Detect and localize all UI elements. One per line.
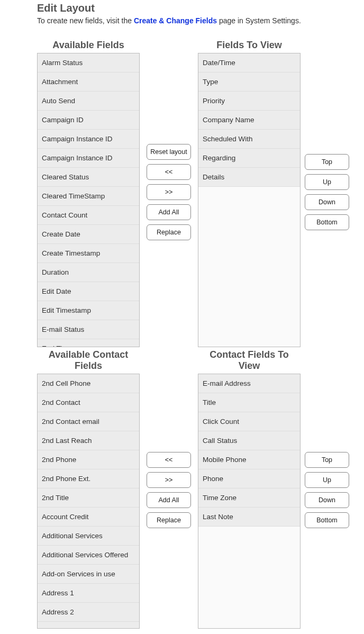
replace-button[interactable]: Replace bbox=[147, 224, 191, 240]
list-item[interactable]: Account Credit bbox=[38, 508, 139, 527]
add-button[interactable]: >> bbox=[147, 184, 191, 200]
remove-button[interactable]: << bbox=[147, 164, 191, 180]
contact-add-all-button[interactable]: Add All bbox=[147, 492, 191, 508]
list-item[interactable]: Additional Services Offered bbox=[38, 546, 139, 565]
list-item[interactable]: Date/Time bbox=[198, 53, 300, 73]
list-item[interactable]: 2nd Cell Phone bbox=[38, 374, 139, 393]
list-item[interactable]: Edit Timestamp bbox=[38, 301, 139, 320]
available-fields-list[interactable]: Alarm StatusAttachmentAuto SendCampaign … bbox=[37, 53, 140, 347]
list-item[interactable]: Phone bbox=[198, 469, 300, 488]
list-item[interactable]: 2nd Title bbox=[38, 488, 139, 508]
list-item[interactable]: Create Timestamp bbox=[38, 244, 139, 263]
list-item[interactable]: Regarding bbox=[198, 149, 300, 168]
list-item[interactable]: Create Date bbox=[38, 225, 139, 244]
contact-add-button[interactable]: >> bbox=[147, 472, 191, 488]
list-item[interactable]: Auto Send bbox=[38, 92, 139, 111]
contact-top-button[interactable]: Top bbox=[305, 452, 349, 468]
list-item[interactable]: Campaign ID bbox=[38, 111, 139, 130]
list-item[interactable]: Time Zone bbox=[198, 488, 300, 508]
list-item[interactable]: Address 2 bbox=[38, 603, 139, 622]
list-item[interactable]: End Time bbox=[38, 339, 139, 347]
add-all-button[interactable]: Add All bbox=[147, 204, 191, 220]
list-item[interactable]: Attachment bbox=[38, 73, 139, 92]
list-item[interactable]: Last Note bbox=[198, 508, 300, 527]
reset-layout-button[interactable]: Reset layout bbox=[147, 144, 191, 160]
contact-up-button[interactable]: Up bbox=[305, 472, 349, 488]
list-item[interactable]: Click Count bbox=[198, 412, 300, 431]
bottom-button[interactable]: Bottom bbox=[305, 214, 349, 230]
list-item[interactable]: Edit Date bbox=[38, 282, 139, 301]
top-button[interactable]: Top bbox=[305, 154, 349, 170]
list-item[interactable]: Call Status bbox=[198, 431, 300, 450]
list-item[interactable]: 2nd Last Reach bbox=[38, 431, 139, 450]
list-item[interactable]: Company Name bbox=[198, 111, 300, 130]
contact-fields-to-view-list[interactable]: E-mail AddressTitleClick CountCall Statu… bbox=[198, 374, 301, 629]
list-item[interactable]: Scheduled With bbox=[198, 130, 300, 149]
intro-pre: To create new fields, visit the bbox=[37, 16, 134, 25]
list-item[interactable]: Alarm Status bbox=[38, 53, 139, 73]
list-item[interactable]: E-mail Status bbox=[38, 320, 139, 339]
fields-to-view-list[interactable]: Date/TimeTypePriorityCompany NameSchedul… bbox=[198, 53, 301, 347]
down-button[interactable]: Down bbox=[305, 194, 349, 210]
list-item[interactable]: Type bbox=[198, 73, 300, 92]
list-item[interactable]: Cleared Status bbox=[38, 168, 139, 187]
list-item[interactable]: Campaign Instance ID bbox=[38, 149, 139, 168]
up-button[interactable]: Up bbox=[305, 174, 349, 190]
list-item[interactable]: Additional Services bbox=[38, 527, 139, 546]
available-contact-fields-list[interactable]: 2nd Cell Phone2nd Contact2nd Contact ema… bbox=[37, 374, 140, 629]
list-item[interactable]: Address 1 bbox=[38, 584, 139, 603]
list-item[interactable]: Priority bbox=[198, 92, 300, 111]
list-item[interactable]: Cleared TimeStamp bbox=[38, 187, 139, 206]
list-item[interactable]: 2nd Phone bbox=[38, 450, 139, 469]
list-item[interactable]: Add-on Services in use bbox=[38, 565, 139, 584]
list-item[interactable]: Contact Count bbox=[38, 206, 139, 225]
create-change-fields-link[interactable]: Create & Change Fields bbox=[134, 16, 217, 25]
contact-down-button[interactable]: Down bbox=[305, 492, 349, 508]
available-contact-fields-heading: Available Contact Fields bbox=[37, 349, 140, 372]
list-item[interactable]: Address 3 bbox=[38, 622, 139, 629]
fields-to-view-heading: Fields To View bbox=[198, 40, 301, 51]
list-item[interactable]: Title bbox=[198, 393, 300, 412]
list-item[interactable]: Mobile Phone bbox=[198, 450, 300, 469]
list-item[interactable]: Details bbox=[198, 168, 300, 187]
contact-bottom-button[interactable]: Bottom bbox=[305, 512, 349, 528]
available-fields-heading: Available Fields bbox=[37, 40, 140, 51]
list-item[interactable]: Campaign Instance ID bbox=[38, 130, 139, 149]
contact-replace-button[interactable]: Replace bbox=[147, 512, 191, 528]
intro-post: page in System Settings. bbox=[217, 16, 301, 25]
list-item[interactable]: 2nd Contact bbox=[38, 393, 139, 412]
contact-remove-button[interactable]: << bbox=[147, 452, 191, 468]
list-item[interactable]: 2nd Phone Ext. bbox=[38, 469, 139, 488]
list-item[interactable]: Duration bbox=[38, 263, 139, 282]
list-item[interactable]: 2nd Contact email bbox=[38, 412, 139, 431]
intro-text: To create new fields, visit the Create &… bbox=[37, 16, 364, 25]
page-title: Edit Layout bbox=[37, 2, 364, 14]
contact-fields-to-view-heading: Contact Fields To View bbox=[198, 349, 301, 372]
list-item[interactable]: E-mail Address bbox=[198, 374, 300, 393]
